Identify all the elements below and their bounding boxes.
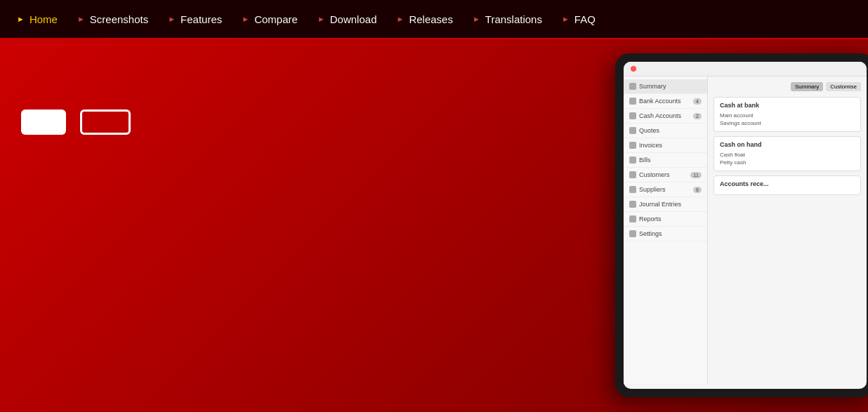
sidebar-label: Invoices <box>639 142 662 149</box>
nav-arrow-home: ► <box>17 15 25 23</box>
nav-item-features[interactable]: ►Features <box>158 0 232 38</box>
nav-arrow-download: ► <box>317 15 325 23</box>
close-dot <box>631 66 636 72</box>
sidebar-icon <box>629 186 636 193</box>
sidebar-icon <box>629 127 636 134</box>
row-label: Savings account <box>720 120 761 126</box>
nav-arrow-translations: ► <box>473 15 480 23</box>
hero-section: SummaryBank Accounts4Cash Accounts2Quote… <box>0 39 868 412</box>
sidebar-icon <box>629 98 636 105</box>
sidebar-app-item: Quotes <box>624 124 707 138</box>
sidebar-app-item: Bills <box>624 153 707 168</box>
nav-label-compare: Compare <box>254 13 298 25</box>
app-tab[interactable]: Summary <box>791 82 823 91</box>
hero-buttons <box>21 109 131 135</box>
nav-arrow-releases: ► <box>396 15 404 23</box>
nav-arrow-faq: ► <box>562 15 570 23</box>
nav-label-faq: FAQ <box>574 13 596 25</box>
sidebar-app-item: Invoices <box>624 138 707 153</box>
sidebar-badge: 8 <box>693 187 702 193</box>
card-title: Accounts rece... <box>720 180 855 187</box>
sidebar-icon <box>629 157 636 164</box>
sidebar-app-item: Journal Entries <box>624 197 707 212</box>
summary-card: Cash on handCash floatPetty cash <box>714 136 861 171</box>
sidebar-badge: 4 <box>693 98 702 105</box>
sidebar-label: Customers <box>639 171 670 178</box>
nav-item-screenshots[interactable]: ►Screenshots <box>67 0 158 38</box>
sidebar-label: Summary <box>639 83 666 90</box>
compare-cloud-button[interactable] <box>80 109 131 135</box>
sidebar-app-item: Settings <box>624 227 707 241</box>
sidebar-badge: 2 <box>693 113 702 119</box>
card-title: Cash on hand <box>720 141 855 148</box>
row-label: Cash float <box>720 152 745 158</box>
card-title: Cash at bank <box>720 102 855 109</box>
summary-row: Petty cash <box>720 159 855 166</box>
nav-item-releases[interactable]: ►Releases <box>386 0 462 38</box>
sidebar-app-item: Bank Accounts4 <box>624 94 707 109</box>
sidebar-badge: 11 <box>690 172 702 178</box>
app-sidebar: SummaryBank Accounts4Cash Accounts2Quote… <box>624 77 708 384</box>
sidebar-label: Bills <box>639 157 651 164</box>
sidebar-label: Quotes <box>639 127 659 134</box>
summary-card: Cash at bankMain accountSavings account <box>714 97 861 132</box>
row-label: Main account <box>720 112 754 119</box>
summary-row: Main account <box>720 112 855 119</box>
nav-item-compare[interactable]: ►Compare <box>232 0 308 38</box>
nav-arrow-screenshots: ► <box>77 15 85 23</box>
summary-row: Cash float <box>720 151 855 159</box>
sidebar-icon <box>629 112 636 119</box>
sidebar-label: Cash Accounts <box>639 112 681 119</box>
nav-label-translations: Translations <box>485 13 542 25</box>
sidebar-app-item: Suppliers8 <box>624 182 707 197</box>
app-body: SummaryBank Accounts4Cash Accounts2Quote… <box>624 77 867 384</box>
sidebar-label: Reports <box>639 215 662 222</box>
nav-label-download: Download <box>330 13 377 25</box>
nav-label-releases: Releases <box>409 13 453 25</box>
summary-row: Savings account <box>720 119 855 127</box>
tablet-screen: SummaryBank Accounts4Cash Accounts2Quote… <box>624 62 867 389</box>
sidebar-icon <box>629 201 636 208</box>
nav-item-faq[interactable]: ►FAQ <box>552 0 605 38</box>
sidebar-label: Settings <box>639 230 662 237</box>
nav-label-features: Features <box>180 13 222 25</box>
nav-arrow-compare: ► <box>242 15 249 23</box>
app-tab-bar: SummaryCustomise <box>714 82 861 91</box>
free-download-button[interactable] <box>21 109 66 135</box>
sidebar-app-item: Reports <box>624 212 707 227</box>
nav-item-download[interactable]: ►Download <box>308 0 387 38</box>
sidebar-label: Bank Accounts <box>639 98 681 105</box>
nav-item-home[interactable]: ►Home <box>7 0 67 38</box>
nav-item-translations[interactable]: ►Translations <box>463 0 552 38</box>
sidebar-icon <box>629 215 636 222</box>
hero-text <box>21 81 131 135</box>
nav-arrow-features: ► <box>168 15 176 23</box>
app-main: SummaryCustomise Cash at bankMain accoun… <box>708 77 867 384</box>
nav-label-screenshots: Screenshots <box>90 13 148 25</box>
app-tab[interactable]: Customise <box>826 82 861 91</box>
sidebar-icon <box>629 83 636 90</box>
sidebar-app-item: Cash Accounts2 <box>624 109 707 124</box>
sidebar-icon <box>629 230 636 237</box>
summary-cards: Cash at bankMain accountSavings accountC… <box>714 97 861 195</box>
nav-label-home: Home <box>29 13 58 25</box>
app-header <box>624 62 867 77</box>
sidebar-app-item: Summary <box>624 79 707 94</box>
sidebar-app-item: Customers11 <box>624 168 707 182</box>
summary-card: Accounts rece... <box>714 175 861 195</box>
main-nav: ►Home►Screenshots►Features►Compare►Downl… <box>0 0 868 39</box>
sidebar-label: Journal Entries <box>639 201 681 208</box>
sidebar-icon <box>629 142 636 149</box>
row-label: Petty cash <box>720 159 746 166</box>
sidebar-icon <box>629 171 636 178</box>
tablet-mockup: SummaryBank Accounts4Cash Accounts2Quote… <box>615 53 868 404</box>
tablet-frame: SummaryBank Accounts4Cash Accounts2Quote… <box>615 53 868 397</box>
sidebar-label: Suppliers <box>639 186 666 193</box>
